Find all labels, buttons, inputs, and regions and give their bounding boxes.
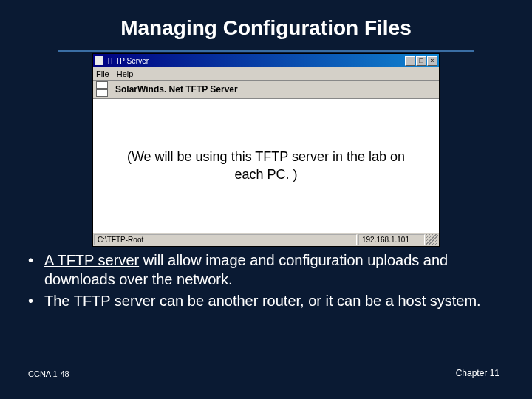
tool-icon[interactable] bbox=[96, 81, 108, 89]
status-path: C:\TFTP-Root bbox=[94, 234, 357, 245]
window-titlebar: TFTP Server _ □ × bbox=[93, 54, 439, 67]
menu-help[interactable]: Help bbox=[117, 69, 134, 78]
tool-icon[interactable] bbox=[96, 89, 108, 97]
window-title: TFTP Server bbox=[106, 57, 149, 65]
window-buttons: _ □ × bbox=[405, 56, 437, 66]
titlebar-left: TFTP Server bbox=[95, 56, 149, 65]
bullet-list: A TFTP server will allow image and confi… bbox=[28, 251, 501, 314]
close-button[interactable]: × bbox=[427, 56, 437, 66]
menubar: File Help bbox=[93, 67, 439, 81]
minimize-button[interactable]: _ bbox=[405, 56, 415, 66]
toolbar: SolarWinds. Net TFTP Server bbox=[93, 81, 439, 98]
menu-file[interactable]: File bbox=[96, 69, 109, 78]
toolbar-icons bbox=[96, 81, 108, 97]
footer-left: CCNA 1-48 bbox=[28, 369, 69, 378]
footer-right: Chapter 11 bbox=[456, 368, 499, 378]
resize-grip-icon[interactable] bbox=[426, 234, 438, 245]
page-title: Managing Configuration Files bbox=[58, 0, 474, 52]
app-name-label: SolarWinds. Net TFTP Server bbox=[115, 84, 238, 95]
tftp-window: TFTP Server _ □ × File Help SolarWinds. … bbox=[92, 53, 440, 247]
content-area: (We will be using this TFTP server in th… bbox=[93, 98, 439, 233]
content-note: (We will be using this TFTP server in th… bbox=[115, 149, 417, 183]
status-ip: 192.168.1.101 bbox=[358, 234, 425, 245]
bullet-emphasis: A TFTP server bbox=[44, 252, 139, 268]
app-icon bbox=[95, 56, 103, 65]
list-item: The TFTP server can be another router, o… bbox=[28, 292, 501, 311]
maximize-button[interactable]: □ bbox=[416, 56, 426, 66]
list-item: A TFTP server will allow image and confi… bbox=[28, 251, 501, 289]
statusbar: C:\TFTP-Root 192.168.1.101 bbox=[93, 233, 439, 246]
slide: Managing Configuration Files TFTP Server… bbox=[0, 0, 532, 399]
